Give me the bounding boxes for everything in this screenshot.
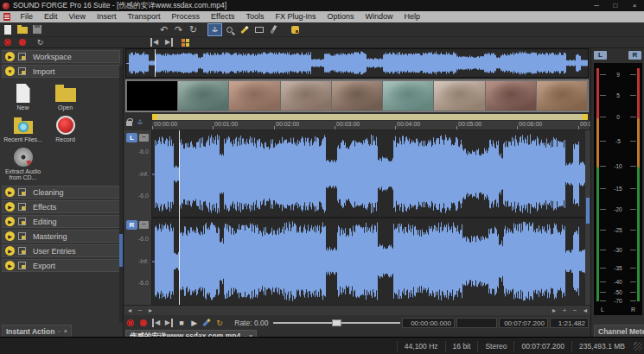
- undo-button[interactable]: ↶: [156, 23, 171, 36]
- sidebar-section-effects[interactable]: ▶Effects: [2, 200, 120, 213]
- video-frame-2[interactable]: [229, 81, 279, 111]
- sidebar-scrollbar-thumb[interactable]: [119, 234, 123, 267]
- video-frame-7[interactable]: [486, 81, 536, 111]
- menu-options[interactable]: Options: [322, 11, 360, 22]
- scripting-button[interactable]: [288, 23, 303, 36]
- video-strip[interactable]: [125, 79, 589, 112]
- next-button[interactable]: ▶: [163, 317, 175, 328]
- menu-transport[interactable]: Transport: [122, 11, 166, 22]
- expand-arrow-icon[interactable]: ▶: [5, 246, 15, 256]
- channel-R-badge[interactable]: R: [126, 220, 137, 230]
- expand-arrow-icon[interactable]: ▶: [5, 217, 15, 226]
- record-button[interactable]: [15, 38, 29, 47]
- scroll-right-button[interactable]: ▸: [145, 307, 156, 314]
- zoom-out-button[interactable]: −: [570, 307, 580, 314]
- video-frame-3[interactable]: [281, 81, 331, 111]
- menu-fx-plug-ins[interactable]: FX Plug-Ins: [270, 11, 322, 22]
- expand-arrow-icon[interactable]: ▶: [5, 261, 15, 270]
- edit-tool-button[interactable]: ↔↕: [207, 23, 222, 36]
- loop-playback-button[interactable]: ↻: [33, 38, 48, 47]
- sidebar-section-editing[interactable]: ▶Editing: [2, 215, 120, 228]
- import-open-button[interactable]: Open: [46, 82, 85, 111]
- loop-start-marker[interactable]: [152, 114, 157, 120]
- menu-window[interactable]: Window: [360, 11, 399, 22]
- save-button[interactable]: [29, 23, 44, 36]
- event-tool-button[interactable]: [252, 23, 266, 36]
- sidebar-section-user-entries[interactable]: ▶User Entries: [2, 244, 120, 257]
- menu-insert[interactable]: Insert: [91, 11, 122, 22]
- scroll-zoom-out-button[interactable]: −: [135, 307, 145, 314]
- scroll-left-button[interactable]: ◂: [124, 307, 135, 314]
- loop-end-marker[interactable]: [583, 114, 588, 120]
- sidebar-section-mastering[interactable]: ▶Mastering: [2, 230, 120, 243]
- playbar-record-button[interactable]: [137, 317, 150, 328]
- stop-button[interactable]: ■: [175, 317, 188, 328]
- menu-tools[interactable]: Tools: [240, 11, 270, 22]
- magnify-tool-button[interactable]: [222, 23, 237, 36]
- waveform-canvas[interactable]: [152, 130, 585, 305]
- minimize-button[interactable]: ─: [587, 0, 606, 11]
- import-extract-audio-from-cd--button[interactable]: Extract Audio from CD...: [3, 146, 42, 180]
- import-new-button[interactable]: New: [3, 82, 42, 111]
- channel-minimize-button[interactable]: −: [139, 221, 149, 229]
- vertical-scrollbar-thumb[interactable]: [586, 198, 590, 224]
- selection-length-box[interactable]: 1:21,482: [550, 318, 589, 328]
- expand-arrow-icon[interactable]: ▶: [5, 231, 15, 241]
- go-to-start-button[interactable]: ◀: [147, 38, 162, 47]
- new-file-button[interactable]: [0, 23, 15, 36]
- video-frame-1[interactable]: [178, 81, 228, 111]
- regions-list-button[interactable]: [178, 38, 193, 47]
- record-special-button[interactable]: [124, 317, 137, 328]
- selection-start-box[interactable]: [456, 318, 497, 328]
- channel-meters-tab[interactable]: Channel Meters ▫: [594, 325, 644, 337]
- go-to-end-button[interactable]: ▶: [162, 38, 176, 47]
- menu-help[interactable]: Help: [399, 11, 426, 22]
- selection-end-box[interactable]: 00:07:07.200: [499, 318, 548, 328]
- meter-left-button[interactable]: L: [594, 51, 607, 60]
- expand-arrow-icon[interactable]: ▶: [5, 52, 15, 61]
- previous-button[interactable]: ◀: [150, 317, 163, 328]
- instant-action-tab[interactable]: Instant Action ▫ ×: [2, 325, 72, 337]
- envelope-tool-button[interactable]: [266, 23, 281, 36]
- expand-arrow-icon[interactable]: ▶: [5, 202, 15, 212]
- menu-view[interactable]: View: [63, 11, 91, 22]
- channel-L-badge[interactable]: L: [126, 133, 137, 142]
- menu-process[interactable]: Process: [166, 11, 206, 22]
- pencil-tool-button[interactable]: [237, 23, 252, 36]
- sidebar-section-export[interactable]: ▶Export: [2, 259, 120, 272]
- rate-slider[interactable]: [273, 319, 400, 327]
- resize-grip-icon[interactable]: [634, 342, 642, 351]
- lock-icon[interactable]: [126, 121, 132, 126]
- loop-region-bar[interactable]: [152, 114, 588, 120]
- close-button[interactable]: ×: [625, 0, 644, 11]
- record-options-button[interactable]: [0, 38, 15, 47]
- repeat-button[interactable]: ↻: [186, 23, 201, 36]
- panel-close-icon[interactable]: ×: [64, 328, 67, 334]
- move-tool-icon[interactable]: ↔↕: [135, 117, 145, 127]
- import-recent-files--button[interactable]: Recent Files...: [3, 114, 42, 142]
- expand-arrow-icon[interactable]: ▶: [5, 187, 15, 197]
- time-ruler[interactable]: 00:00:0000:01:0000:02:0000:03:0000:04:00…: [152, 121, 590, 130]
- open-button[interactable]: [15, 23, 29, 36]
- sidebar-section-cleaning[interactable]: ▶Cleaning: [2, 186, 120, 199]
- sidebar-section-workspace[interactable]: ▶Workspace: [2, 50, 120, 63]
- zoom-selection-button[interactable]: ◂: [580, 307, 590, 314]
- menu-effects[interactable]: Effects: [206, 11, 240, 22]
- redo-button[interactable]: ↷: [171, 23, 186, 36]
- play-button[interactable]: ▶: [188, 317, 201, 328]
- expand-arrow-icon[interactable]: ▼: [5, 66, 15, 76]
- video-frame-4[interactable]: [332, 81, 382, 111]
- sidebar-scrollbar[interactable]: [119, 66, 123, 323]
- marker-tool-button[interactable]: [201, 317, 214, 328]
- maximize-button[interactable]: □: [606, 0, 625, 11]
- menu-edit[interactable]: Edit: [39, 11, 64, 22]
- meter-right-button[interactable]: R: [628, 51, 641, 60]
- panel-float-icon[interactable]: ▫: [58, 328, 60, 334]
- video-frame-8[interactable]: [537, 81, 587, 111]
- rate-slider-handle[interactable]: [332, 319, 341, 326]
- zoom-right-button[interactable]: ▸: [549, 307, 559, 314]
- menu-file[interactable]: File: [15, 11, 39, 22]
- import-record-button[interactable]: Record: [46, 114, 85, 142]
- channel-minimize-button[interactable]: −: [139, 134, 149, 142]
- playbar-loop-button[interactable]: ↻: [214, 317, 226, 328]
